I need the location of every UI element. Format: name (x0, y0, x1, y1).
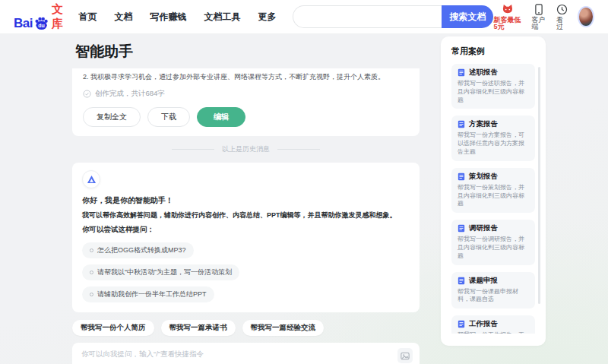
case-desc: 帮我写一份策划报告，并且内容细化到三级内容标题 (458, 184, 529, 208)
case-card-fangan[interactable]: 方案报告 帮我写一份方案报告，可以选择任意内容为方案报告主题 (451, 116, 535, 160)
divider-line-left (172, 149, 214, 150)
seen-label: 看过 (556, 17, 568, 30)
case-desc: 帮我写一份课题申报材料，课题自选 (458, 288, 529, 305)
case-card-cehua[interactable]: 策划报告 帮我写一份策划报告，并且内容细化到三级内容标题 (451, 168, 535, 213)
prompt-textarea[interactable] (81, 350, 378, 364)
case-card-diaoyan[interactable]: 调研报告 帮我写一份调研报告，并且内容细化到三级内容标题 (451, 220, 535, 264)
case-title: 工作报告 (469, 319, 498, 329)
divider-line-right (277, 149, 320, 150)
bullet-circle-icon (90, 248, 93, 252)
suggestion-item[interactable]: 请辅助我创作一份半年工作总结PPT (82, 286, 214, 302)
assistant-hint: 你可以尝试这样提问： (82, 225, 410, 235)
image-icon (401, 352, 410, 360)
case-desc: 帮我写一份方案报告，可以选择任意内容为方案报告主题 (458, 131, 529, 156)
case-card-shuzhi[interactable]: 述职报告 帮我写一份述职报告，并且内容细化到三级内容标题 (451, 64, 535, 109)
suggestion-list: 怎么把OGG格式转换成MP3? 请帮我以“中秋活动”为主题，写一份活动策划 请辅… (82, 236, 410, 302)
document-icon (458, 224, 465, 233)
bullet-circle-icon (90, 271, 93, 274)
nav-link-earn[interactable]: 写作赚钱 (150, 11, 186, 24)
seen-entry[interactable]: 看过 (556, 4, 568, 30)
divider-label: 以上是历史消息 (222, 144, 270, 154)
assistant-intro: 我可以帮你高效解答问题，辅助你进行内容创作、内容总结、PPT编辑等，并且帮助你激… (82, 210, 410, 220)
document-icon (458, 277, 465, 285)
clock-icon (556, 4, 568, 15)
nav-link-home[interactable]: 首页 (78, 11, 97, 24)
assistant-avatar (82, 170, 100, 188)
nav-links: 首页 文档 写作赚钱 文档工具 更多 (78, 11, 276, 24)
search-button[interactable]: 搜索文档 (442, 5, 493, 28)
logo-bai-text: Bai (14, 16, 33, 31)
case-desc: 帮我写一份述职报告，并且内容细化到三级内容标题 (458, 80, 529, 104)
sidebar-title: 常用案例 (451, 46, 535, 57)
sidebar-scrollbar[interactable] (538, 67, 540, 304)
user-avatar[interactable] (578, 6, 594, 27)
suggestion-text: 怎么把OGG格式转换成MP3? (97, 245, 186, 255)
case-title: 策划报告 (469, 172, 498, 182)
wenku-logo-icon (87, 175, 97, 184)
quick-chip-resume[interactable]: 帮我写一份个人简历 (72, 320, 154, 336)
common-cases-panel: 常用案例 述职报告 帮我写一份述职报告，并且内容细化到三级内容标题 方案报告 (441, 36, 546, 346)
page-title: 智能助手 (75, 42, 420, 62)
quick-chip-row: 帮我写一份个人简历 帮我写一篇承诺书 帮我写一篇经验交流 (72, 320, 420, 336)
baidu-wenku-logo[interactable]: Bai du 文库 (14, 2, 63, 31)
suggestion-item[interactable]: 怎么把OGG格式转换成MP3? (82, 242, 194, 258)
case-card-keti[interactable]: 课题申报 帮我写一份课题申报材料，课题自选 (451, 272, 535, 309)
quick-chip-experience[interactable]: 帮我写一篇经验交流 (242, 320, 325, 336)
client-entry[interactable]: 客户端 (531, 4, 546, 30)
nav-link-more[interactable]: 更多 (258, 11, 276, 24)
suggestion-item[interactable]: 请帮我以“中秋活动”为主题，写一份活动策划 (82, 264, 239, 280)
case-title: 方案报告 (469, 119, 498, 129)
promo-label: 新客最低5元 (493, 17, 521, 30)
case-desc: 帮我写一份工作报告，工作类型随机 (458, 331, 529, 334)
client-label: 客户端 (531, 17, 546, 30)
search-input[interactable] (293, 5, 442, 28)
baidu-paw-icon: du (33, 15, 49, 31)
document-icon (458, 173, 465, 181)
top-navbar: Bai du 文库 首页 文档 写作赚钱 文档工具 更多 搜索文档 (0, 0, 608, 34)
page-content: 智能助手 2. 我积极寻求学习机会，通过参加外部专业讲座、网络课程等方式，不断扩… (0, 34, 608, 364)
prompt-input-card: 0/400 (72, 343, 420, 364)
download-button[interactable]: 下载 (147, 107, 190, 127)
case-desc: 帮我写一份调研报告，并且内容细化到三级内容标题 (458, 236, 529, 260)
logo-wenku-text: 文库 (52, 2, 63, 31)
quick-chip-pledge[interactable]: 帮我写一篇承诺书 (161, 320, 236, 336)
document-icon (458, 68, 465, 77)
check-circle-icon (83, 90, 91, 98)
case-list: 述职报告 帮我写一份述职报告，并且内容细化到三级内容标题 方案报告 帮我写一份方… (451, 64, 535, 334)
suggestion-text: 请帮我以“中秋活动”为主题，写一份活动策划 (97, 267, 232, 277)
case-title: 课题申报 (469, 276, 498, 286)
edit-button[interactable]: 编辑 (197, 107, 245, 127)
history-divider: 以上是历史消息 (72, 144, 420, 154)
case-title: 述职报告 (469, 68, 498, 78)
history-result-card: 2. 我积极寻求学习机会，通过参加外部专业讲座、网络课程等方式，不断扩充视野，提… (72, 68, 420, 136)
assistant-greeting: 你好，我是你的智能助手！ (82, 195, 410, 206)
phone-icon (534, 4, 543, 15)
bullet-circle-icon (90, 293, 93, 296)
nav-link-docs[interactable]: 文档 (114, 11, 132, 24)
history-clipped-text: 2. 我积极寻求学习机会，通过参加外部专业讲座、网络课程等方式，不断扩充视野，提… (83, 72, 409, 82)
result-actions: 复制全文 下载 编辑 (83, 107, 409, 127)
promo-entry[interactable]: 新客最低5元 (493, 4, 521, 30)
case-card-gongzuo[interactable]: 工作报告 帮我写一份工作报告，工作类型随机 (451, 315, 535, 334)
copy-all-button[interactable]: 复制全文 (83, 107, 141, 127)
assistant-message-card: 你好，我是你的智能助手！ 我可以帮你高效解答问题，辅助你进行内容创作、内容总结、… (72, 163, 420, 312)
upload-image-button[interactable] (397, 348, 413, 363)
svg-text:du: du (38, 23, 45, 28)
mascot-icon (500, 4, 515, 15)
case-title: 调研报告 (469, 223, 498, 233)
search-bar: 搜索文档 (293, 5, 493, 28)
nav-link-tools[interactable]: 文档工具 (204, 11, 240, 24)
document-icon (458, 120, 465, 128)
suggestion-text: 请辅助我创作一份半年工作总结PPT (97, 290, 207, 299)
creation-status-text: 创作完成，共计684字 (95, 89, 165, 99)
chat-main-column: 智能助手 2. 我积极寻求学习机会，通过参加外部专业讲座、网络课程等方式，不断扩… (72, 42, 420, 364)
document-icon (458, 320, 465, 328)
navbar-right: 新客最低5元 客户端 看过 (493, 4, 594, 30)
creation-status: 创作完成，共计684字 (83, 89, 409, 99)
